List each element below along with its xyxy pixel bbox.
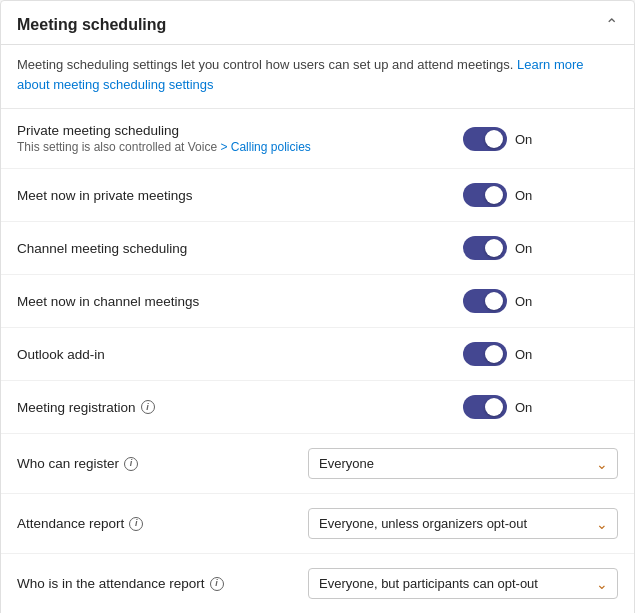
section-description: Meeting scheduling settings let you cont… (1, 45, 634, 109)
select-who-is-in-attendance-report[interactable]: Everyone, but participants can opt-outEv… (308, 568, 618, 599)
setting-row-meet-now-channel: Meet now in channel meetingsOn (1, 275, 634, 328)
toggle-thumb-meeting-registration (485, 398, 503, 416)
toggle-thumb-meet-now-private (485, 186, 503, 204)
toggle-meeting-registration[interactable] (463, 395, 507, 419)
dropdown-who-can-register: EveryonePeople in my organization⌄ (308, 448, 618, 479)
setting-control-attendance-report: Everyone, unless organizers opt-outNo on… (308, 508, 618, 539)
setting-label-attendance-report: Attendance reporti (17, 516, 292, 531)
setting-label-area-who-is-in-attendance-report: Who is in the attendance reporti (17, 576, 308, 591)
toggle-track-private-meeting-scheduling (463, 127, 507, 151)
toggle-label-private-meeting-scheduling: On (515, 132, 532, 147)
select-who-can-register[interactable]: EveryonePeople in my organization (308, 448, 618, 479)
dropdown-attendance-report: Everyone, unless organizers opt-outNo on… (308, 508, 618, 539)
setting-control-who-is-in-attendance-report: Everyone, but participants can opt-outEv… (308, 568, 618, 599)
setting-label-channel-meeting-scheduling: Channel meeting scheduling (17, 241, 447, 256)
toggle-thumb-outlook-add-in (485, 345, 503, 363)
settings-list: Private meeting schedulingThis setting i… (1, 109, 634, 613)
setting-control-channel-meeting-scheduling: On (463, 236, 618, 260)
setting-label-outlook-add-in: Outlook add-in (17, 347, 447, 362)
info-icon-who-can-register[interactable]: i (124, 457, 138, 471)
toggle-track-meeting-registration (463, 395, 507, 419)
toggle-wrapper-meet-now-private: On (463, 183, 532, 207)
toggle-wrapper-meet-now-channel: On (463, 289, 532, 313)
setting-label-private-meeting-scheduling: Private meeting scheduling (17, 123, 447, 138)
setting-label-area-attendance-report: Attendance reporti (17, 516, 308, 531)
toggle-label-channel-meeting-scheduling: On (515, 241, 532, 256)
info-icon-attendance-report[interactable]: i (129, 517, 143, 531)
setting-row-meeting-registration: Meeting registrationiOn (1, 381, 634, 434)
toggle-channel-meeting-scheduling[interactable] (463, 236, 507, 260)
meeting-scheduling-panel: Meeting scheduling ⌃ Meeting scheduling … (0, 0, 635, 613)
toggle-meet-now-private[interactable] (463, 183, 507, 207)
setting-row-channel-meeting-scheduling: Channel meeting schedulingOn (1, 222, 634, 275)
setting-control-who-can-register: EveryonePeople in my organization⌄ (308, 448, 618, 479)
description-text: Meeting scheduling settings let you cont… (17, 57, 517, 72)
setting-label-area-who-can-register: Who can registeri (17, 456, 308, 471)
toggle-wrapper-private-meeting-scheduling: On (463, 127, 532, 151)
setting-label-area-private-meeting-scheduling: Private meeting schedulingThis setting i… (17, 123, 463, 154)
toggle-wrapper-channel-meeting-scheduling: On (463, 236, 532, 260)
toggle-outlook-add-in[interactable] (463, 342, 507, 366)
setting-label-area-channel-meeting-scheduling: Channel meeting scheduling (17, 241, 463, 256)
select-attendance-report[interactable]: Everyone, unless organizers opt-outNo on… (308, 508, 618, 539)
toggle-thumb-meet-now-channel (485, 292, 503, 310)
setting-label-who-is-in-attendance-report: Who is in the attendance reporti (17, 576, 292, 591)
setting-row-attendance-report: Attendance reportiEveryone, unless organ… (1, 494, 634, 554)
setting-label-area-outlook-add-in: Outlook add-in (17, 347, 463, 362)
setting-control-outlook-add-in: On (463, 342, 618, 366)
setting-row-private-meeting-scheduling: Private meeting schedulingThis setting i… (1, 109, 634, 169)
toggle-track-channel-meeting-scheduling (463, 236, 507, 260)
toggle-thumb-private-meeting-scheduling (485, 130, 503, 148)
setting-row-who-is-in-attendance-report: Who is in the attendance reportiEveryone… (1, 554, 634, 613)
setting-row-meet-now-private: Meet now in private meetingsOn (1, 169, 634, 222)
section-title: Meeting scheduling (17, 16, 166, 34)
toggle-track-outlook-add-in (463, 342, 507, 366)
setting-label-meet-now-channel: Meet now in channel meetings (17, 294, 447, 309)
setting-label-who-can-register: Who can registeri (17, 456, 292, 471)
setting-control-meet-now-channel: On (463, 289, 618, 313)
setting-label-area-meet-now-channel: Meet now in channel meetings (17, 294, 463, 309)
setting-row-who-can-register: Who can registeriEveryonePeople in my or… (1, 434, 634, 494)
setting-control-meeting-registration: On (463, 395, 618, 419)
setting-control-private-meeting-scheduling: On (463, 123, 618, 151)
toggle-meet-now-channel[interactable] (463, 289, 507, 313)
toggle-wrapper-meeting-registration: On (463, 395, 532, 419)
setting-label-area-meeting-registration: Meeting registrationi (17, 400, 463, 415)
toggle-track-meet-now-private (463, 183, 507, 207)
toggle-wrapper-outlook-add-in: On (463, 342, 532, 366)
section-header: Meeting scheduling ⌃ (1, 1, 634, 45)
setting-label-meeting-registration: Meeting registrationi (17, 400, 447, 415)
setting-row-outlook-add-in: Outlook add-inOn (1, 328, 634, 381)
dropdown-who-is-in-attendance-report: Everyone, but participants can opt-outEv… (308, 568, 618, 599)
setting-label-meet-now-private: Meet now in private meetings (17, 188, 447, 203)
calling-policies-link[interactable]: > Calling policies (220, 140, 310, 154)
info-icon-meeting-registration[interactable]: i (141, 400, 155, 414)
toggle-label-meet-now-channel: On (515, 294, 532, 309)
collapse-icon[interactable]: ⌃ (605, 15, 618, 34)
info-icon-who-is-in-attendance-report[interactable]: i (210, 577, 224, 591)
toggle-label-outlook-add-in: On (515, 347, 532, 362)
toggle-label-meet-now-private: On (515, 188, 532, 203)
toggle-thumb-channel-meeting-scheduling (485, 239, 503, 257)
toggle-track-meet-now-channel (463, 289, 507, 313)
toggle-label-meeting-registration: On (515, 400, 532, 415)
setting-sublabel-private-meeting-scheduling: This setting is also controlled at Voice… (17, 140, 447, 154)
setting-control-meet-now-private: On (463, 183, 618, 207)
setting-label-area-meet-now-private: Meet now in private meetings (17, 188, 463, 203)
toggle-private-meeting-scheduling[interactable] (463, 127, 507, 151)
